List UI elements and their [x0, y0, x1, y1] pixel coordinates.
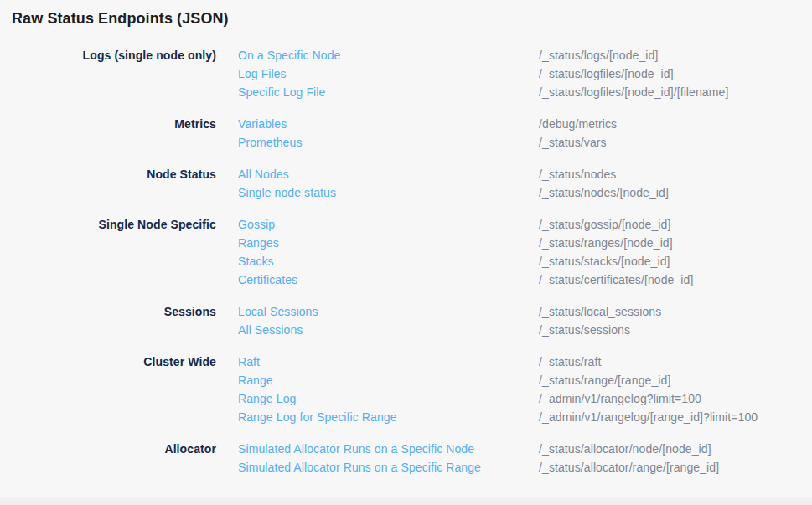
endpoint-link[interactable]: Range — [238, 371, 539, 389]
endpoint-path: /_status/logs/[node_id] — [539, 46, 658, 64]
endpoint-path: /_status/nodes — [539, 165, 616, 183]
endpoint-path: /debug/metrics — [539, 115, 617, 133]
endpoint-group: Logs (single node only) On a Specific No… — [0, 46, 812, 101]
endpoint-link[interactable]: Variables — [238, 115, 539, 133]
endpoint-row: Simulated Allocator Runs on a Specific N… — [238, 440, 719, 458]
endpoint-table: Logs (single node only) On a Specific No… — [0, 46, 812, 490]
endpoint-path: /_status/sessions — [539, 321, 630, 339]
category-label: Allocator — [0, 440, 216, 458]
endpoint-row: Ranges /_status/ranges/[node_id] — [238, 234, 693, 252]
category-label: Sessions — [0, 302, 216, 321]
group-rows: All Nodes /_status/nodes Single node sta… — [238, 165, 669, 202]
group-rows: On a Specific Node /_status/logs/[node_i… — [238, 46, 728, 101]
endpoint-row: Certificates /_status/certificates/[node… — [238, 271, 693, 289]
endpoint-group: Node Status All Nodes /_status/nodes Sin… — [0, 165, 812, 202]
category-label: Cluster Wide — [0, 353, 216, 371]
endpoint-link[interactable]: Single node status — [238, 183, 539, 202]
endpoint-group: Cluster Wide Raft /_status/raft Range /_… — [0, 353, 812, 426]
endpoint-path: /_status/logfiles/[node_id] — [539, 64, 674, 83]
endpoint-group: Allocator Simulated Allocator Runs on a … — [0, 440, 812, 477]
endpoint-link[interactable]: Ranges — [238, 234, 539, 252]
endpoint-path: /_status/vars — [539, 133, 607, 152]
endpoint-row: All Sessions /_status/sessions — [238, 321, 661, 339]
endpoint-row: Stacks /_status/stacks/[node_id] — [238, 252, 693, 271]
category-label: Metrics — [0, 115, 216, 133]
endpoint-link[interactable]: Log Files — [238, 64, 539, 83]
endpoint-row: Simulated Allocator Runs on a Specific R… — [238, 458, 719, 477]
endpoint-row: Single node status /_status/nodes/[node_… — [238, 183, 669, 202]
endpoint-path: /_status/raft — [539, 353, 601, 371]
endpoint-path: /_status/ranges/[node_id] — [539, 234, 673, 252]
endpoint-path: /_status/allocator/node/[node_id] — [539, 440, 711, 458]
endpoint-path: /_status/range/[range_id] — [539, 371, 670, 389]
endpoint-path: /_status/nodes/[node_id] — [539, 183, 669, 202]
endpoint-link[interactable]: Range Log — [238, 389, 539, 408]
endpoint-row: Range Log for Specific Range /_admin/v1/… — [238, 408, 758, 426]
endpoint-row: Log Files /_status/logfiles/[node_id] — [238, 64, 728, 83]
group-rows: Simulated Allocator Runs on a Specific N… — [238, 440, 719, 477]
endpoint-row: Specific Log File /_status/logfiles/[nod… — [238, 83, 728, 101]
endpoint-link[interactable]: Gossip — [238, 215, 539, 234]
endpoint-link[interactable]: On a Specific Node — [238, 46, 539, 64]
endpoint-link[interactable]: Prometheus — [238, 133, 539, 152]
category-label: Logs (single node only) — [0, 46, 216, 64]
endpoint-link[interactable]: Range Log for Specific Range — [238, 408, 539, 426]
endpoint-link[interactable]: Stacks — [238, 252, 539, 271]
endpoint-group: Sessions Local Sessions /_status/local_s… — [0, 302, 812, 339]
endpoint-row: Local Sessions /_status/local_sessions — [238, 302, 661, 321]
endpoint-link[interactable]: Certificates — [238, 271, 539, 289]
endpoint-link[interactable]: Simulated Allocator Runs on a Specific R… — [238, 458, 539, 477]
endpoint-row: Range /_status/range/[range_id] — [238, 371, 758, 389]
endpoint-path: /_status/allocator/range/[range_id] — [539, 458, 719, 477]
page-title: Raw Status Endpoints (JSON) — [12, 10, 229, 28]
endpoint-group: Single Node Specific Gossip /_status/gos… — [0, 215, 812, 289]
endpoint-link[interactable]: Specific Log File — [238, 83, 539, 101]
category-label: Node Status — [0, 165, 216, 183]
endpoint-row: Gossip /_status/gossip/[node_id] — [238, 215, 693, 234]
endpoint-path: /_status/certificates/[node_id] — [539, 271, 693, 289]
endpoint-row: Prometheus /_status/vars — [238, 133, 617, 152]
group-rows: Variables /debug/metrics Prometheus /_st… — [238, 115, 617, 152]
endpoint-path: /_admin/v1/rangelog?limit=100 — [539, 389, 701, 408]
group-rows: Raft /_status/raft Range /_status/range/… — [238, 353, 758, 426]
endpoint-link[interactable]: All Nodes — [238, 165, 539, 183]
section-divider — [0, 497, 812, 505]
endpoint-path: /_admin/v1/rangelog/[range_id]?limit=100 — [539, 408, 758, 426]
endpoint-group: Metrics Variables /debug/metrics Prometh… — [0, 115, 812, 152]
endpoint-row: Variables /debug/metrics — [238, 115, 617, 133]
group-rows: Local Sessions /_status/local_sessions A… — [238, 302, 661, 339]
group-rows: Gossip /_status/gossip/[node_id] Ranges … — [238, 215, 693, 289]
endpoint-path: /_status/gossip/[node_id] — [539, 215, 670, 234]
endpoint-path: /_status/logfiles/[node_id]/[filename] — [539, 83, 728, 101]
category-label: Single Node Specific — [0, 215, 216, 234]
endpoint-row: Range Log /_admin/v1/rangelog?limit=100 — [238, 389, 758, 408]
endpoint-link[interactable]: Local Sessions — [238, 302, 539, 321]
endpoint-row: Raft /_status/raft — [238, 353, 758, 371]
endpoint-path: /_status/local_sessions — [539, 302, 661, 321]
endpoint-row: On a Specific Node /_status/logs/[node_i… — [238, 46, 728, 64]
endpoint-row: All Nodes /_status/nodes — [238, 165, 669, 183]
endpoint-path: /_status/stacks/[node_id] — [539, 252, 670, 271]
endpoint-link[interactable]: Simulated Allocator Runs on a Specific N… — [238, 440, 539, 458]
endpoint-link[interactable]: All Sessions — [238, 321, 539, 339]
endpoint-link[interactable]: Raft — [238, 353, 539, 371]
